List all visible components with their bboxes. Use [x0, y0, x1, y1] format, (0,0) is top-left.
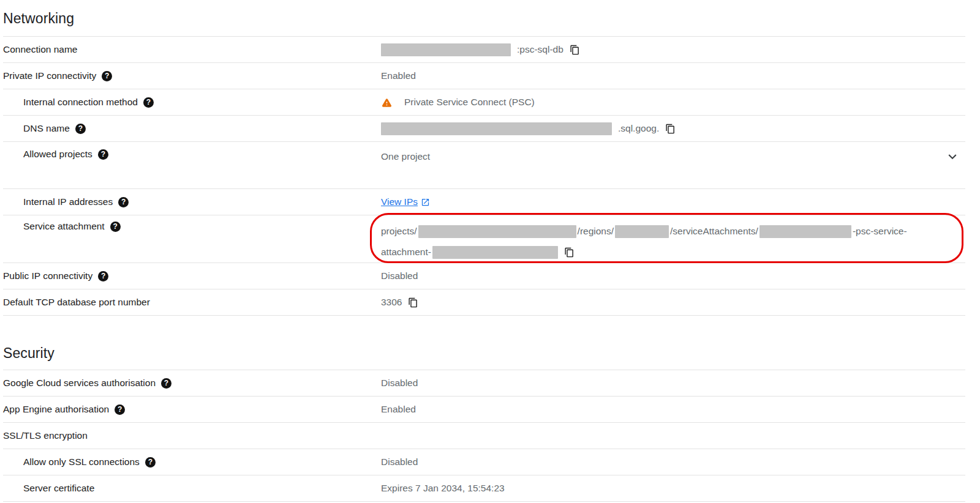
redacted-sa-suffix [432, 246, 558, 259]
allowed-projects-value: One project [381, 151, 430, 162]
connection-name-label: Connection name [3, 44, 78, 55]
default-tcp-port-label: Default TCP database port number [3, 297, 150, 308]
private-ip-value: Enabled [381, 70, 416, 81]
server-certificate-label: Server certificate [23, 483, 94, 494]
copy-icon[interactable] [564, 247, 575, 258]
copy-icon[interactable] [570, 45, 580, 55]
sa-path-part4: -psc-service- [853, 226, 907, 236]
redacted-sa-project [418, 225, 576, 238]
ssl-tls-label: SSL/TLS encryption [3, 430, 88, 441]
private-ip-label: Private IP connectivity [3, 70, 96, 81]
connection-name-value: :psc-sql-db [517, 44, 564, 55]
app-engine-auth-value: Enabled [381, 404, 416, 415]
row-server-certificate: Server certificate Expires 7 Jan 2034, 1… [3, 475, 965, 501]
sa-path-part1: projects/ [381, 226, 417, 236]
redacted-dns-prefix [381, 122, 612, 135]
row-private-ip-connectivity: Private IP connectivity ? Enabled [3, 62, 965, 89]
service-attachment-value: projects//regions//serviceAttachments/-p… [381, 221, 907, 263]
security-section: Google Cloud services authorisation ? Di… [3, 370, 965, 502]
gcs-auth-label: Google Cloud services authorisation [3, 378, 156, 389]
help-icon[interactable]: ? [98, 149, 108, 160]
copy-icon[interactable] [408, 297, 418, 308]
row-internal-ip-addresses: Internal IP addresses ? View IPs [3, 188, 965, 215]
default-tcp-port-value: 3306 [381, 297, 402, 308]
help-icon[interactable]: ? [145, 457, 156, 468]
server-certificate-value: Expires 7 Jan 2034, 15:54:23 [381, 483, 505, 494]
redacted-project-id [381, 43, 511, 56]
row-ssl-tls-encryption: SSL/TLS encryption [3, 422, 965, 449]
view-ips-link[interactable]: View IPs [381, 196, 430, 207]
row-dns-name: DNS name ? .sql.goog. [3, 115, 965, 141]
gcs-auth-value: Disabled [381, 378, 418, 389]
row-service-attachment: Service attachment ? projects//regions//… [3, 215, 965, 263]
row-default-tcp-port: Default TCP database port number 3306 [3, 289, 965, 315]
help-icon[interactable]: ? [161, 378, 172, 389]
public-ip-label: Public IP connectivity [3, 270, 92, 281]
row-public-ip-connectivity: Public IP connectivity ? Disabled [3, 263, 965, 289]
networking-section: Connection name :psc-sql-db Private IP c… [3, 36, 965, 316]
view-ips-link-label: View IPs [381, 196, 418, 207]
internal-connection-method-label: Internal connection method [23, 97, 138, 108]
dns-name-label: DNS name [23, 123, 70, 134]
copy-icon[interactable] [665, 124, 676, 134]
row-google-cloud-services-auth: Google Cloud services authorisation ? Di… [3, 370, 965, 396]
sa-path-part3: /serviceAttachments/ [670, 226, 758, 236]
help-icon[interactable]: ? [102, 71, 112, 81]
service-attachment-label: Service attachment [23, 221, 105, 232]
row-allow-only-ssl: Allow only SSL connections ? Disabled [3, 449, 965, 475]
networking-section-title: Networking [3, 0, 965, 36]
sa-path-part2: /regions/ [578, 226, 614, 236]
dns-name-value: .sql.goog. [618, 123, 659, 134]
external-link-icon [421, 198, 430, 207]
internal-connection-method-value: Private Service Connect (PSC) [404, 97, 535, 108]
warning-icon [381, 97, 393, 108]
internal-ip-addresses-label: Internal IP addresses [23, 196, 113, 207]
security-section-title: Security [3, 316, 965, 370]
help-icon[interactable]: ? [115, 404, 125, 415]
instance-details-panel: Networking Connection name :psc-sql-db P… [0, 0, 965, 502]
row-allowed-projects: Allowed projects ? One project [3, 141, 965, 188]
redacted-sa-region [615, 225, 669, 238]
help-icon[interactable]: ? [110, 222, 121, 232]
help-icon[interactable]: ? [143, 97, 154, 108]
allowed-projects-label: Allowed projects [23, 149, 92, 160]
redacted-sa-name [760, 225, 851, 238]
allow-only-ssl-label: Allow only SSL connections [23, 456, 140, 468]
chevron-down-icon[interactable] [944, 149, 960, 165]
row-internal-connection-method: Internal connection method ? Private Ser… [3, 89, 965, 115]
help-icon[interactable]: ? [98, 271, 108, 281]
help-icon[interactable]: ? [75, 124, 86, 134]
row-connection-name: Connection name :psc-sql-db [3, 36, 965, 62]
app-engine-auth-label: App Engine authorisation [3, 404, 109, 415]
help-icon[interactable]: ? [118, 197, 129, 207]
row-app-engine-auth: App Engine authorisation ? Enabled [3, 396, 965, 422]
public-ip-value: Disabled [381, 270, 418, 281]
allow-only-ssl-value: Disabled [381, 456, 418, 468]
sa-path-part5: attachment- [381, 247, 431, 257]
